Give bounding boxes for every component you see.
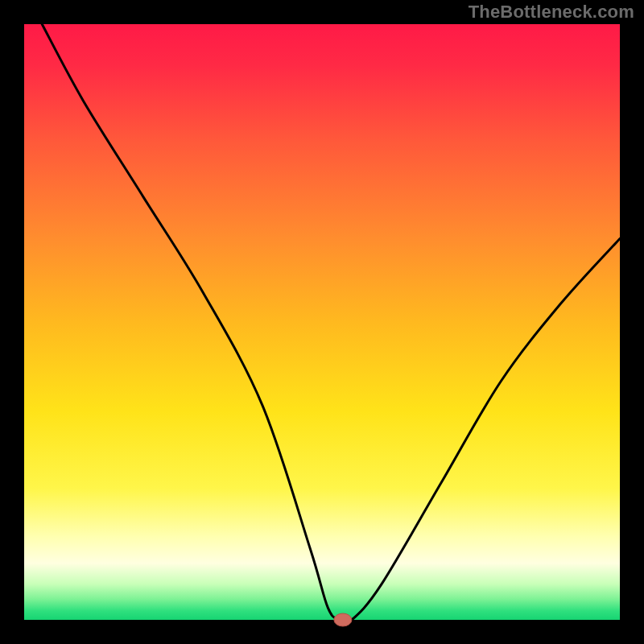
watermark-text: TheBottleneck.com: [469, 2, 634, 23]
chart-frame: TheBottleneck.com: [0, 0, 644, 644]
optimal-point-marker: [334, 613, 352, 626]
plot-background: [24, 24, 620, 620]
bottleneck-chart-svg: [0, 0, 644, 644]
